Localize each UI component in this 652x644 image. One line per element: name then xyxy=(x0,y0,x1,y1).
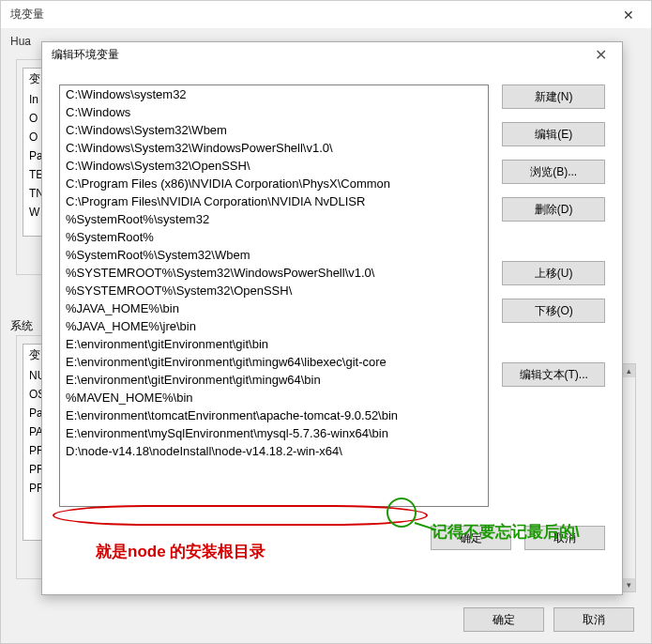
path-item[interactable]: %JAVA_HOME%\jre\bin xyxy=(60,317,488,335)
path-item[interactable]: %SystemRoot%\system32 xyxy=(60,210,488,228)
outer-close-icon[interactable]: ✕ xyxy=(615,8,642,23)
edit-button[interactable]: 编辑(E) xyxy=(502,122,605,146)
scroll-down-icon[interactable]: ▾ xyxy=(622,578,635,591)
path-item[interactable]: %SystemRoot% xyxy=(60,228,488,246)
edit-ok-button[interactable]: 确定 xyxy=(431,526,511,550)
edit-body: C:\Windows\system32C:\WindowsC:\Windows\… xyxy=(42,68,622,516)
path-item[interactable]: E:\environment\mySqlEnvironment\mysql-5.… xyxy=(60,424,488,442)
path-item[interactable]: %JAVA_HOME%\bin xyxy=(60,299,488,317)
path-item[interactable]: E:\environment\gitEnvironment\git\mingw6… xyxy=(60,353,488,371)
edit-close-icon[interactable]: ✕ xyxy=(589,46,613,64)
path-item[interactable]: E:\environment\gitEnvironment\git\bin xyxy=(60,335,488,353)
path-item[interactable]: C:\Windows\System32\WindowsPowerShell\v1… xyxy=(60,139,488,157)
outer-button-row: 确定 取消 xyxy=(463,607,634,632)
delete-button[interactable]: 删除(D) xyxy=(502,197,605,222)
side-buttons: 新建(N) 编辑(E) 浏览(B)... 删除(D) 上移(U) 下移(O) 编… xyxy=(502,84,605,507)
sys-vars-label: 系统 xyxy=(10,318,33,334)
path-item[interactable]: E:\environment\gitEnvironment\git\mingw6… xyxy=(60,371,488,389)
path-item[interactable]: D:\node-v14.18\nodeInstall\node-v14.18.2… xyxy=(60,442,488,460)
path-item[interactable]: C:\Program Files (x86)\NVIDIA Corporatio… xyxy=(60,175,488,192)
edit-title-text: 编辑环境变量 xyxy=(52,47,119,63)
path-item[interactable]: C:\Windows\system32 xyxy=(60,85,488,103)
path-item[interactable]: E:\environment\tomcatEnvironment\apache-… xyxy=(60,406,488,424)
outer-cancel-button[interactable]: 取消 xyxy=(553,607,634,632)
path-item[interactable]: %SYSTEMROOT%\System32\WindowsPowerShell\… xyxy=(60,264,488,282)
path-item[interactable]: %MAVEN_HOME%\bin xyxy=(60,389,488,406)
user-vars-legend: Hua xyxy=(10,35,31,48)
path-item[interactable]: C:\Windows\System32\OpenSSH\ xyxy=(60,157,488,175)
path-item[interactable]: %SystemRoot%\System32\Wbem xyxy=(60,246,488,264)
path-item[interactable]: %SYSTEMROOT%\System32\OpenSSH\ xyxy=(60,282,488,299)
edit-footer: 确定 取消 xyxy=(42,516,622,563)
move-down-button[interactable]: 下移(O) xyxy=(502,299,605,323)
path-item[interactable]: C:\Windows\System32\Wbem xyxy=(60,121,488,139)
path-item[interactable]: C:\Windows xyxy=(60,103,488,121)
edit-env-var-dialog: 编辑环境变量 ✕ C:\Windows\system32C:\WindowsC:… xyxy=(41,41,623,595)
outer-title-text: 境变量 xyxy=(10,7,44,23)
browse-button[interactable]: 浏览(B)... xyxy=(502,160,605,184)
move-up-button[interactable]: 上移(U) xyxy=(502,261,605,285)
edit-text-button[interactable]: 编辑文本(T)... xyxy=(502,362,605,387)
scroll-up-icon[interactable]: ▴ xyxy=(622,364,635,377)
outer-scrollbar[interactable]: ▴ ▾ xyxy=(621,363,636,592)
new-button[interactable]: 新建(N) xyxy=(502,84,605,109)
outer-ok-button[interactable]: 确定 xyxy=(463,607,544,632)
path-listbox[interactable]: C:\Windows\system32C:\WindowsC:\Windows\… xyxy=(59,84,489,507)
path-item[interactable]: C:\Program Files\NVIDIA Corporation\NVID… xyxy=(60,192,488,210)
edit-cancel-button[interactable]: 取消 xyxy=(524,526,605,550)
edit-titlebar: 编辑环境变量 ✕ xyxy=(42,42,622,68)
outer-titlebar: 境变量 ✕ xyxy=(1,1,651,28)
